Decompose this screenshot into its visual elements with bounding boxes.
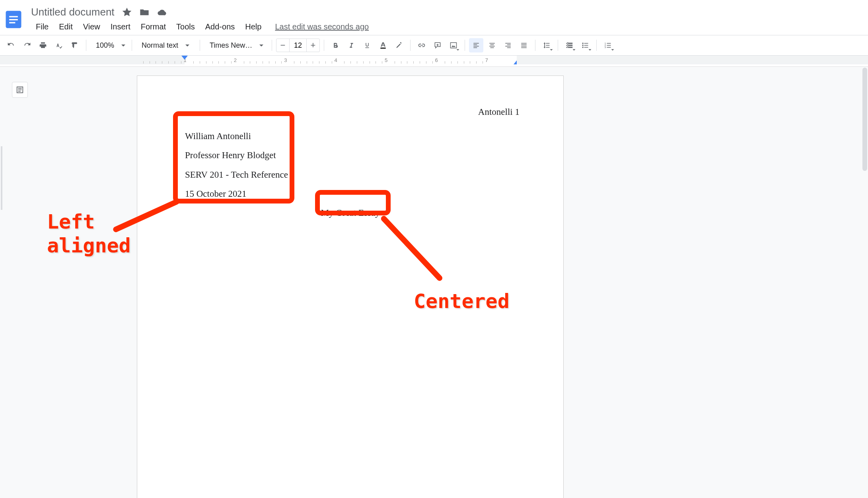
underline-button[interactable] [360,38,374,52]
document-page[interactable]: Antonelli 1 William Antonelli Professor … [137,76,564,498]
menu-help[interactable]: Help [240,21,266,33]
insert-link-button[interactable] [415,38,429,52]
line-spacing-button[interactable] [539,38,554,52]
page-header-text[interactable]: Antonelli 1 [478,107,520,117]
menu-insert[interactable]: Insert [106,21,135,33]
font-size-decrease-button[interactable]: − [276,39,289,52]
titlebar: Untitled document File Edit View Insert … [0,0,868,35]
body-line-course[interactable]: SERV 201 - Tech Reference [185,165,516,184]
docs-logo-icon[interactable] [3,9,24,30]
ruler[interactable]: 1234567 [0,56,868,67]
add-comment-button[interactable] [430,38,445,52]
font-size-control: − + [276,39,320,52]
align-justify-button[interactable] [517,38,531,52]
align-right-button[interactable] [501,38,515,52]
text-color-button[interactable] [376,38,390,52]
font-size-increase-button[interactable]: + [307,39,319,52]
toolbar: 100% Normal text Times New… − + 123 [0,35,868,56]
numbered-list-button[interactable]: 123 [601,38,615,52]
menu-edit[interactable]: Edit [54,21,77,33]
font-size-input[interactable] [289,39,307,52]
left-edge-decoration [1,146,2,210]
spellcheck-button[interactable] [52,38,66,52]
checklist-button[interactable] [562,38,576,52]
align-left-button[interactable] [469,38,483,52]
paint-format-button[interactable] [68,38,82,52]
body-line-professor[interactable]: Professor Henry Blodget [185,146,516,165]
bold-button[interactable] [328,38,343,52]
move-icon[interactable] [139,7,150,17]
highlight-button[interactable] [392,38,406,52]
svg-rect-2 [9,19,18,20]
zoom-dropdown[interactable]: 100% [90,38,128,52]
body-line-title[interactable]: My Great Essay [185,203,516,223]
font-dropdown[interactable]: Times New… [204,38,268,52]
undo-button[interactable] [4,38,18,52]
workspace[interactable]: Antonelli 1 William Antonelli Professor … [0,67,868,498]
font-value: Times New… [210,41,252,50]
menubar: File Edit View Insert Format Tools Add-o… [31,21,369,33]
svg-rect-1 [9,16,18,17]
menu-file[interactable]: File [31,21,53,33]
document-title[interactable]: Untitled document [31,6,115,18]
body-line-date[interactable]: 15 October 2021 [185,184,516,203]
svg-point-5 [582,43,584,44]
svg-rect-3 [9,22,15,23]
body-line-name[interactable]: William Antonelli [185,127,516,146]
last-edit-link[interactable]: Last edit was seconds ago [275,22,369,31]
annotation-label-left: Leftaligned [47,210,131,258]
menu-view[interactable]: View [78,21,105,33]
document-body[interactable]: William Antonelli Professor Henry Blodge… [185,127,516,223]
bulleted-list-button[interactable] [578,38,592,52]
vertical-scrollbar[interactable] [862,68,867,171]
cloud-status-icon[interactable] [157,7,167,17]
svg-text:3: 3 [605,46,606,48]
redo-button[interactable] [20,38,34,52]
svg-point-7 [582,47,584,48]
zoom-value: 100% [96,41,114,50]
insert-image-button[interactable] [446,38,461,52]
menu-format[interactable]: Format [136,21,171,33]
svg-point-6 [582,45,584,46]
italic-button[interactable] [344,38,358,52]
star-icon[interactable] [122,7,132,17]
styles-value: Normal text [142,41,178,50]
svg-rect-4 [380,48,385,49]
document-outline-button[interactable] [12,82,28,98]
styles-dropdown[interactable]: Normal text [136,38,196,52]
align-center-button[interactable] [485,38,499,52]
menu-tools[interactable]: Tools [171,21,200,33]
menu-addons[interactable]: Add-ons [200,21,240,33]
print-button[interactable] [36,38,50,52]
